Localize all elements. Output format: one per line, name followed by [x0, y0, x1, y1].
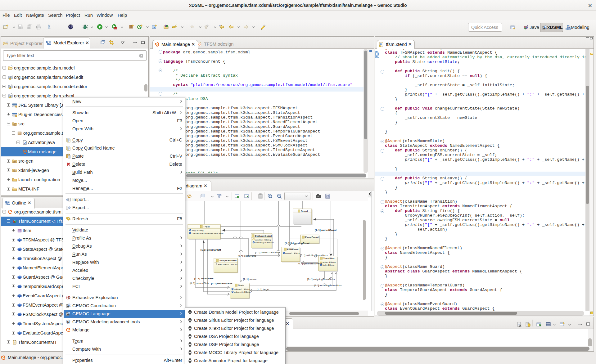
- svg-text:onLeave() : EString: onLeave() : EString: [234, 291, 251, 293]
- svg-text:changeCurrentState(newState St: changeCurrentState(newState State): [192, 232, 223, 234]
- svg-text:condition : EString: condition : EString: [255, 239, 271, 241]
- svg-text:EventGuard: EventGuard: [305, 236, 318, 239]
- svg-text:[0..1] currentState: [0..1] currentState: [190, 282, 210, 285]
- svg-text:[0..*] solicitingTransitions: [0..*] solicitingTransitions: [300, 254, 327, 257]
- svg-text:G: G: [139, 26, 141, 29]
- svg-text:evaluate() : EBoolean: evaluate() : EBoolean: [255, 241, 274, 244]
- svg-text:Transition: Transition: [323, 257, 335, 260]
- svg-text:fire() : EString: fire() : EString: [323, 264, 335, 266]
- svg-text:[1..1] owningFSM: [1..1] owningFSM: [201, 249, 221, 251]
- svg-text:[1..1] source: [1..1] source: [243, 278, 257, 281]
- svg-text:J: J: [526, 25, 528, 28]
- svg-text:Guard: Guard: [301, 210, 308, 213]
- svg-text:G: G: [153, 26, 155, 29]
- svg-text:TemporalGuard: TemporalGuard: [219, 259, 237, 262]
- svg-text:init() : EString: init() : EString: [192, 229, 204, 231]
- svg-text:action : EString: action : EString: [323, 261, 336, 263]
- svg-text:occurs() : EString: occurs() : EString: [285, 252, 300, 254]
- svg-text:[1..1] initialState: [1..1] initialState: [194, 277, 214, 280]
- svg-text:[0..*] outgoingTransitions: [0..*] outgoingTransitions: [307, 278, 335, 281]
- svg-text:[1..1] target: [1..1] target: [257, 288, 269, 291]
- svg-text:FSMEvent: FSMEvent: [287, 248, 299, 251]
- svg-text:State: State: [238, 284, 244, 287]
- svg-text:[1..1] ownedGuard: [1..1] ownedGuard: [315, 229, 336, 231]
- svg-text:[1..1] triggeringEvent: [1..1] triggeringEvent: [285, 242, 309, 245]
- svg-text:TFSM: TFSM: [203, 225, 210, 228]
- svg-text:[0..*] localEvents: [0..*] localEvents: [238, 254, 256, 257]
- svg-text:onEnter() : EString: onEnter() : EString: [234, 288, 250, 290]
- svg-text:[0..*] ownedTransitions: [0..*] ownedTransitions: [255, 251, 280, 254]
- svg-text:afterDuration : EInt = 0: afterDuration : EInt = 0: [218, 263, 237, 265]
- svg-text:EvaluateGuard: EvaluateGuard: [255, 235, 272, 237]
- svg-text:[0..*] generatedEvents: [0..*] generatedEvents: [298, 262, 322, 265]
- svg-text:M: M: [569, 26, 571, 28]
- svg-text:[0..*] incomingTransitions: [0..*] incomingTransitions: [314, 284, 342, 287]
- svg-text:[0..*] ownedStates: [0..*] ownedStates: [211, 282, 233, 285]
